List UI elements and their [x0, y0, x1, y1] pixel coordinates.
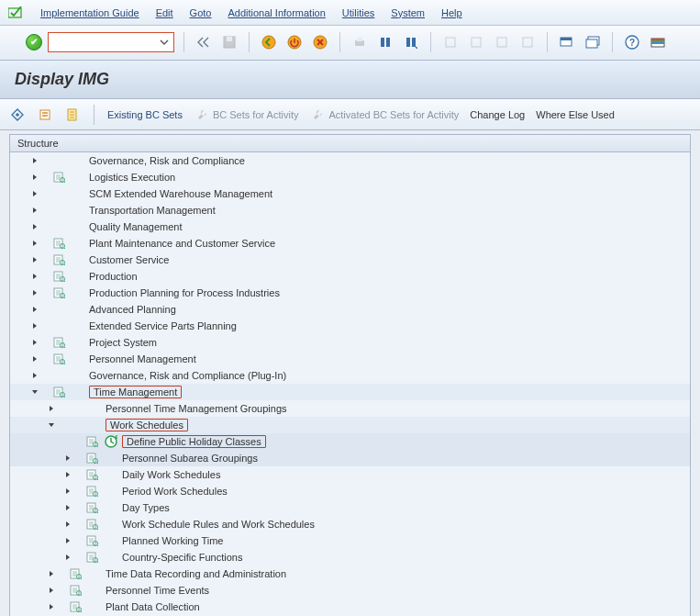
where-else-used-link[interactable]: Where Else Used — [536, 109, 615, 120]
expand-toggle-icon[interactable] — [60, 452, 76, 465]
expand-toggle-icon[interactable] — [27, 336, 43, 349]
tree-row[interactable]: Time Data Recording and Administration — [10, 566, 690, 582]
tree-row[interactable]: SCM Extended Warehouse Management — [10, 185, 690, 202]
tree-row[interactable]: Plant Maintenance and Customer Service — [10, 235, 690, 252]
img-activity-doc-icon[interactable] — [50, 171, 69, 184]
expand-toggle-icon[interactable] — [43, 600, 60, 613]
expand-toggle-icon[interactable] — [27, 303, 43, 316]
tree-node-label[interactable]: Day Types — [120, 502, 170, 513]
find-icon[interactable] — [375, 32, 395, 52]
tree-row[interactable]: Planned Working Time — [10, 532, 690, 549]
expand-icon[interactable] — [9, 106, 26, 123]
expand-toggle-icon[interactable] — [60, 534, 76, 547]
img-activity-doc-icon[interactable] — [67, 567, 85, 580]
expand-toggle-icon[interactable] — [27, 171, 43, 184]
img-activity-doc-icon[interactable] — [67, 584, 85, 597]
tree-row[interactable]: Transportation Management — [10, 202, 690, 218]
tree-node-label[interactable]: Personnel Subarea Groupings — [120, 453, 258, 464]
tree-row[interactable]: Time Management — [10, 384, 690, 400]
find-next-icon[interactable] — [401, 32, 421, 52]
tree-node-label[interactable]: Transportation Management — [87, 205, 216, 216]
tree-row[interactable]: Production — [10, 268, 690, 285]
menu-item[interactable]: Implementation Guide — [40, 7, 139, 18]
layout-icon[interactable] — [648, 32, 668, 52]
tree-node-label[interactable]: Personnel Time Events — [104, 585, 209, 596]
img-activity-doc-icon[interactable] — [50, 253, 69, 266]
tree-row[interactable]: Work Schedule Rules and Work Schedules — [10, 516, 690, 532]
tree-row[interactable]: Work Schedules — [10, 417, 690, 433]
tree-row[interactable]: Advanced Planning — [10, 301, 690, 318]
enter-icon[interactable]: ✔ — [26, 34, 42, 50]
expand-toggle-icon[interactable] — [27, 253, 43, 266]
expand-toggle-icon[interactable] — [43, 567, 60, 580]
tree-row[interactable]: Personnel Subarea Groupings — [10, 450, 690, 466]
tree-row[interactable]: Day Types — [10, 499, 690, 516]
tree-row[interactable]: Quality Management — [10, 218, 690, 235]
expand-toggle-icon[interactable] — [27, 220, 43, 233]
tree-row[interactable]: Logistics Execution — [10, 169, 690, 185]
menu-item[interactable]: Additional Information — [228, 7, 325, 18]
tree-node-label[interactable]: Define Public Holiday Classes — [120, 436, 266, 447]
img-activity-doc-icon[interactable] — [83, 518, 102, 531]
expand-toggle-icon[interactable] — [27, 187, 43, 200]
expand-toggle-icon[interactable] — [27, 270, 43, 283]
existing-bc-sets-link[interactable]: Existing BC Sets — [107, 109, 183, 120]
img-activity-doc-icon[interactable] — [50, 386, 69, 398]
tree-row[interactable]: Plant Data Collection — [10, 599, 690, 615]
tree-row[interactable]: Personnel Time Management Groupings — [10, 400, 690, 417]
collapse-icon[interactable] — [37, 106, 53, 123]
img-activity-doc-icon[interactable] — [50, 336, 69, 349]
tree-node-label[interactable]: Personnel Time Management Groupings — [104, 403, 287, 414]
tree-node-label[interactable]: Work Schedule Rules and Work Schedules — [120, 519, 315, 530]
tree-row[interactable]: Personnel Management — [10, 351, 690, 367]
expand-toggle-icon[interactable] — [27, 237, 43, 250]
tree-row[interactable]: Extended Service Parts Planning — [10, 318, 690, 334]
menu-item[interactable]: System — [391, 7, 425, 18]
tree-node-label[interactable]: Plant Maintenance and Customer Service — [87, 238, 275, 249]
tree-row[interactable]: Country-Specific Functions — [10, 549, 690, 566]
tree-node-label[interactable]: Production Planning for Process Industri… — [87, 287, 280, 298]
tree-node-label[interactable]: Logistics Execution — [87, 172, 175, 183]
expand-toggle-icon[interactable] — [27, 319, 43, 332]
tree-node-label[interactable]: Daily Work Schedules — [120, 469, 220, 480]
notes-icon[interactable] — [64, 106, 81, 123]
help-icon[interactable]: ? — [622, 32, 642, 52]
img-activity-doc-icon[interactable] — [83, 501, 102, 514]
expand-toggle-icon[interactable] — [60, 518, 76, 531]
tree-node-label[interactable]: Project System — [87, 337, 157, 348]
back-icon[interactable] — [259, 32, 279, 52]
left-arrows-icon[interactable] — [194, 32, 214, 52]
tree-row[interactable]: Customer Service — [10, 252, 690, 268]
img-activity-doc-icon[interactable] — [83, 452, 102, 465]
expand-toggle-icon[interactable] — [27, 353, 43, 365]
expand-toggle-icon[interactable] — [60, 501, 76, 514]
tree-row[interactable]: Production Planning for Process Industri… — [10, 285, 690, 301]
tree-node-label[interactable]: Plant Data Collection — [104, 601, 200, 612]
shortcut-icon[interactable] — [583, 32, 603, 52]
tree-node-label[interactable]: SCM Extended Warehouse Management — [87, 188, 272, 199]
menu-item[interactable]: Utilities — [342, 7, 374, 18]
tree-node-label[interactable]: Governance, Risk and Compliance — [87, 155, 245, 166]
tree-node-label[interactable]: Quality Management — [87, 221, 183, 232]
tree-row[interactable]: Daily Work Schedules — [10, 466, 690, 483]
tree-node-label[interactable]: Extended Service Parts Planning — [87, 320, 237, 331]
tree-node-label[interactable]: Time Data Recording and Administration — [104, 568, 286, 579]
expand-toggle-icon[interactable] — [60, 551, 76, 564]
img-activity-doc-icon[interactable] — [83, 485, 102, 498]
change-log-link[interactable]: Change Log — [470, 109, 525, 120]
tree-row[interactable]: Governance, Risk and Compliance (Plug-In… — [10, 367, 690, 384]
collapse-toggle-icon[interactable] — [27, 386, 43, 398]
menu-item[interactable]: Goto — [190, 7, 212, 18]
expand-toggle-icon[interactable] — [60, 468, 76, 481]
collapse-toggle-icon[interactable] — [43, 419, 60, 431]
tree-node-label[interactable]: Planned Working Time — [120, 535, 223, 546]
tree-row[interactable]: Period Work Schedules — [10, 483, 690, 499]
expand-toggle-icon[interactable] — [27, 369, 43, 382]
expand-toggle-icon[interactable] — [60, 485, 76, 498]
img-activity-doc-icon[interactable] — [83, 551, 102, 564]
expand-toggle-icon[interactable] — [27, 204, 43, 217]
tree-node-label[interactable]: Work Schedules — [104, 420, 188, 431]
tree-row[interactable]: Personnel Time Events — [10, 582, 690, 599]
expand-toggle-icon[interactable] — [27, 286, 43, 299]
img-activity-doc-icon[interactable] — [50, 270, 69, 283]
